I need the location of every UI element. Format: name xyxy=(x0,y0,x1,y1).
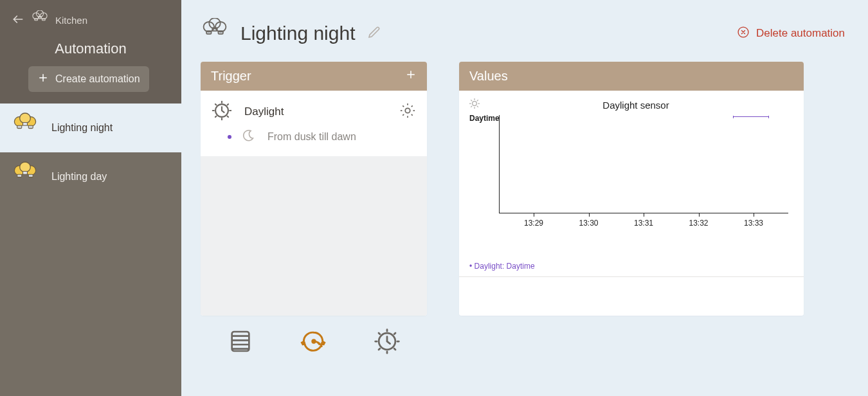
chart-legend: • Daylight: Daytime xyxy=(469,262,535,271)
trigger-panel-header: Trigger xyxy=(201,62,427,91)
sidebar-item-label: Lighting day xyxy=(51,171,107,183)
lightbulbs-color-icon xyxy=(12,113,39,143)
chart-title: Daylight sensor xyxy=(490,100,782,111)
main-content: Lighting night Delete automation Trigger xyxy=(181,0,868,396)
lightbulbs-outline-icon xyxy=(201,18,229,49)
values-panel: Values Daylight sensor Daytime 13:29 xyxy=(459,62,804,316)
values-panel-header: Values xyxy=(459,62,804,91)
moon-icon xyxy=(240,128,256,146)
device-palette xyxy=(226,327,849,356)
automation-list: Lighting night Lighting day xyxy=(0,104,181,396)
sidebar-item-lighting-day[interactable]: Lighting day xyxy=(0,152,181,201)
sun-clock-icon xyxy=(211,100,233,124)
sidebar-title: Automation xyxy=(12,40,170,57)
tick-label: 13:30 xyxy=(579,219,598,228)
room-name: Kitchen xyxy=(55,15,87,26)
trigger-name: Daylight xyxy=(244,105,387,118)
trigger-settings-button[interactable] xyxy=(399,102,417,122)
clock-sun-device-icon[interactable] xyxy=(373,327,401,356)
blinds-device-icon[interactable] xyxy=(226,327,255,356)
tick-label: 13:33 xyxy=(744,219,763,228)
tick-label: 13:32 xyxy=(689,219,708,228)
sidebar: Kitchen Automation Create automation Lig… xyxy=(0,0,181,396)
trigger-status-dot xyxy=(228,135,231,139)
tick-label: 13:29 xyxy=(524,219,543,228)
tick-label: 13:31 xyxy=(634,219,653,228)
daylight-chart: Daytime 13:29 13:30 13:31 13:32 13:33 xyxy=(499,115,795,228)
delete-automation-label: Delete automation xyxy=(756,27,845,40)
chart-series-line xyxy=(733,116,769,117)
motion-sensor-device-icon[interactable] xyxy=(300,327,328,356)
create-automation-label: Create automation xyxy=(55,73,140,85)
trigger-item-daylight[interactable]: Daylight From dusk till dawn xyxy=(201,91,427,156)
lightbulbs-color-icon xyxy=(12,161,39,192)
trigger-detail: From dusk till dawn xyxy=(267,131,356,143)
sun-icon xyxy=(468,97,481,113)
back-icon[interactable] xyxy=(12,13,24,28)
chart-y-label: Daytime xyxy=(469,114,500,123)
page-header: Lighting night Delete automation xyxy=(201,18,849,49)
sidebar-item-label: Lighting night xyxy=(51,122,113,134)
delete-icon xyxy=(737,26,750,42)
add-trigger-button[interactable] xyxy=(405,69,417,84)
lightbulbs-icon xyxy=(31,10,49,30)
page-title: Lighting night xyxy=(240,22,355,44)
values-panel-title: Values xyxy=(469,69,508,84)
trigger-panel: Trigger Daylight From dusk till d xyxy=(201,62,427,316)
sidebar-item-lighting-night[interactable]: Lighting night xyxy=(0,104,181,152)
plus-icon xyxy=(37,72,49,86)
create-automation-button[interactable]: Create automation xyxy=(28,66,149,92)
trigger-panel-title: Trigger xyxy=(211,69,251,84)
edit-title-button[interactable] xyxy=(366,24,382,42)
delete-automation-button[interactable]: Delete automation xyxy=(737,26,845,42)
